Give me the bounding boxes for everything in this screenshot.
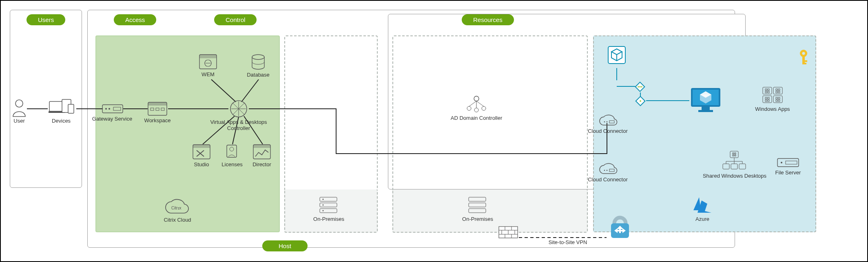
svg-point-20: [105, 108, 107, 110]
svg-rect-47: [320, 203, 337, 207]
svg-rect-108: [778, 97, 780, 99]
azure-diamond1-icon: [634, 81, 646, 92]
svg-rect-102: [778, 91, 780, 93]
svg-point-80: [640, 100, 641, 102]
wem-icon: [199, 54, 217, 70]
svg-rect-96: [768, 89, 769, 90]
workspace-label: Workspace: [121, 117, 194, 123]
svg-rect-89: [805, 60, 807, 62]
controller-label-l1: Virtual Apps & Desktops: [202, 119, 275, 125]
ad-dc-icon: [465, 95, 488, 112]
svg-point-54: [474, 108, 478, 112]
user-icon: [11, 99, 27, 117]
svg-rect-25: [151, 108, 154, 110]
controller-label-l2: Controller: [202, 125, 275, 131]
svg-rect-110: [778, 100, 780, 101]
workspace-icon: [148, 102, 167, 116]
svg-rect-109: [776, 100, 777, 101]
svg-point-112: [607, 121, 608, 123]
svg-rect-48: [320, 209, 337, 213]
svg-rect-132: [786, 161, 797, 164]
svg-point-52: [474, 96, 479, 101]
azure-logo-icon: [691, 196, 713, 214]
control-onprem-label: On-Premises: [292, 216, 365, 222]
svg-point-53: [467, 106, 471, 110]
site-to-site-vpn-label: Site-to-Site VPN: [531, 239, 604, 245]
svg-point-115: [607, 170, 608, 171]
file-server-icon: [777, 158, 799, 167]
svg-rect-121: [735, 155, 736, 156]
resources-onprem-icon: [467, 196, 487, 214]
citrix-cloud-icon: Citrɪx: [164, 198, 190, 216]
svg-rect-92: [773, 87, 782, 94]
svg-point-37: [252, 55, 264, 59]
studio-icon: [193, 144, 210, 160]
svg-rect-100: [778, 89, 780, 90]
svg-rect-26: [156, 108, 159, 110]
svg-rect-60: [469, 203, 486, 207]
svg-rect-128: [731, 164, 737, 169]
svg-point-111: [604, 121, 605, 123]
vpn-gateway-icon: [609, 214, 631, 240]
svg-rect-107: [776, 97, 777, 99]
svg-rect-59: [469, 197, 486, 201]
director-icon: [253, 144, 271, 160]
svg-point-43: [230, 147, 234, 151]
svg-rect-106: [768, 100, 769, 101]
svg-rect-18: [68, 104, 74, 113]
svg-rect-101: [776, 91, 777, 93]
gateway-icon: [102, 104, 123, 113]
cloud-connector2-icon: [598, 163, 618, 175]
file-server-label: File Server: [751, 170, 825, 176]
azure-label: Azure: [666, 216, 739, 222]
svg-rect-104: [768, 97, 769, 99]
licenses-icon: [224, 144, 240, 161]
svg-rect-91: [763, 87, 772, 94]
firewall-icon: [498, 226, 518, 238]
svg-line-58: [476, 101, 484, 106]
database-icon: [251, 54, 265, 70]
resources-onprem-label: On-Premises: [441, 216, 514, 222]
svg-rect-127: [723, 164, 729, 169]
svg-rect-97: [765, 91, 767, 93]
svg-rect-130: [777, 159, 799, 167]
azure-vm-monitor-icon: [689, 86, 722, 113]
svg-rect-61: [469, 209, 486, 213]
azure-diamond2-icon: [635, 95, 646, 107]
svg-point-78: [641, 86, 642, 88]
svg-rect-46: [320, 197, 337, 201]
svg-line-5: [241, 79, 259, 102]
svg-rect-98: [768, 91, 769, 93]
key-icon: [796, 49, 811, 66]
svg-rect-88: [802, 56, 805, 64]
shared-desktops-icon: [721, 151, 747, 171]
cloud-connector1-label: Cloud Connector: [571, 128, 644, 134]
svg-rect-39: [193, 145, 210, 148]
control-onprem-icon: [318, 196, 339, 214]
svg-rect-129: [739, 164, 746, 169]
svg-point-114: [604, 170, 605, 171]
svg-rect-103: [765, 97, 767, 99]
svg-line-4: [211, 79, 236, 102]
citrix-cloud-icon-text: Citrɪx: [171, 206, 182, 210]
cloud-connector2-label: Cloud Connector: [571, 176, 644, 183]
svg-rect-120: [733, 155, 734, 156]
database-label: Database: [221, 72, 295, 78]
svg-point-21: [108, 108, 110, 110]
controller-icon: [230, 100, 248, 118]
azure-cube-icon: [607, 46, 626, 64]
svg-point-77: [639, 86, 641, 88]
ad-dc-label: AD Domain Controller: [440, 115, 513, 121]
svg-rect-27: [161, 108, 164, 110]
windows-apps-label: Windows Apps: [736, 106, 809, 112]
svg-point-49: [323, 199, 324, 200]
svg-point-51: [323, 210, 324, 211]
svg-rect-93: [763, 96, 772, 103]
devices-icon: [49, 99, 75, 117]
windows-apps-icon: [762, 86, 783, 103]
svg-rect-90: [805, 63, 806, 64]
svg-rect-45: [253, 145, 270, 148]
svg-point-14: [16, 100, 23, 107]
svg-rect-99: [776, 89, 777, 90]
citrix-cloud-label: Citrix Cloud: [141, 217, 214, 223]
